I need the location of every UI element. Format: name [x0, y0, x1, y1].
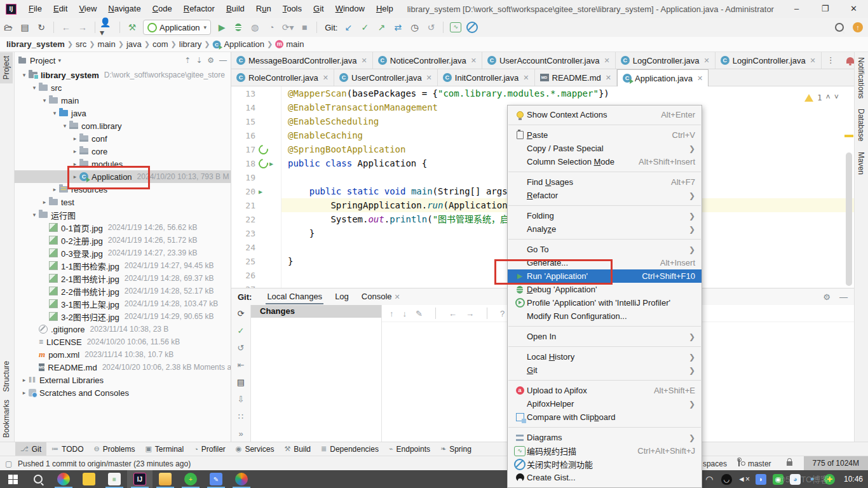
menu-item-compare-with-clipboard[interactable]: Compare with Clipboard: [508, 410, 702, 424]
close-tab-icon[interactable]: ✕: [606, 74, 611, 82]
taskbar-notepad-app[interactable]: ≡: [102, 470, 127, 488]
menu-item-find-usages[interactable]: Find UsagesAlt+F7: [508, 175, 702, 189]
run-config-combo[interactable]: Application▾: [143, 20, 211, 35]
menu-item-profile-application-with-intellij-profiler-[interactable]: Profile 'Application' with 'IntelliJ Pro…: [508, 296, 702, 309]
toolwindow-button-services[interactable]: ◉Services: [231, 442, 280, 456]
menu-git[interactable]: Git: [308, 0, 330, 18]
next-change-icon[interactable]: ↓: [403, 309, 407, 318]
menu-view[interactable]: View: [73, 0, 102, 18]
git-tab-console[interactable]: Console✕: [355, 288, 407, 305]
tree-row-scratches-and-consoles[interactable]: ▸Scratches and Consoles: [15, 386, 231, 399]
taskbar-search[interactable]: [25, 470, 51, 488]
toolwindow-button-todo[interactable]: ≔TODO: [46, 442, 88, 456]
history-icon[interactable]: ◷: [407, 20, 422, 34]
close-tab-icon[interactable]: ✕: [426, 74, 432, 82]
close-button[interactable]: ✕: [839, 0, 868, 18]
menu-item-folding[interactable]: Folding❯: [508, 209, 702, 222]
editor-scrollbar[interactable]: [846, 86, 852, 288]
menu-tools[interactable]: Tools: [277, 0, 308, 18]
close-tab-icon[interactable]: ✕: [523, 74, 529, 82]
chevron-expanded-icon[interactable]: ▾: [20, 72, 29, 78]
menu-refactor[interactable]: Refactor: [178, 0, 220, 18]
tree-row-1-1图书检索.jpg[interactable]: 1-1图书检索.jpg2024/1/19 14:27, 94.45 kB: [15, 259, 231, 272]
rerun-icon[interactable]: ⟳▾: [280, 20, 295, 34]
breadcrumb-item-main[interactable]: main: [98, 39, 116, 49]
volume-muted-icon[interactable]: ◄×: [738, 474, 749, 485]
menu-code[interactable]: Code: [147, 0, 178, 18]
taskbar-swirl-app[interactable]: [51, 470, 76, 488]
prev-warning-icon[interactable]: ˄: [826, 93, 831, 102]
chevron-collapsed-icon[interactable]: ▸: [20, 377, 29, 383]
tree-row-library_system[interactable]: ▾library_systemD:\work_soft\workspace\gi…: [15, 69, 231, 81]
tree-row-3-2图书归还.jpg[interactable]: 3-2图书归还.jpg2024/1/19 14:29, 90.65 kB: [15, 310, 231, 323]
sync-icon[interactable]: ↻: [34, 20, 49, 34]
hide-panel-icon[interactable]: —: [839, 292, 848, 302]
coverage-icon[interactable]: ◍: [247, 20, 262, 34]
sidebar-tab-database[interactable]: Database: [855, 104, 867, 146]
menu-item-refactor[interactable]: Refactor❯: [508, 189, 702, 202]
user-icon[interactable]: 👤▾: [100, 20, 115, 34]
prev-change-icon[interactable]: ↑: [390, 309, 394, 318]
tree-row-2-2借书统计.jpg[interactable]: 2-2借书统计.jpg2024/1/19 14:28, 52.17 kB: [15, 285, 231, 297]
breadcrumb-item-main[interactable]: mmain: [275, 39, 304, 49]
menu-run[interactable]: Run: [250, 0, 277, 18]
chevron-expanded-icon[interactable]: ▾: [60, 123, 69, 129]
menu-item-analyze[interactable]: Analyze❯: [508, 222, 702, 236]
toolwindow-button-profiler[interactable]: ◔Profiler: [189, 442, 231, 456]
menu-item-apifoxhelper[interactable]: ApifoxHelper❯: [508, 397, 702, 410]
menu-item-modify-run-configuration-[interactable]: Modify Run Configuration...: [508, 309, 702, 323]
tree-row-.gitignore[interactable]: .gitignore2023/11/14 10:38, 23 B: [15, 323, 231, 336]
close-tab-icon[interactable]: ✕: [697, 74, 703, 83]
wechat-icon[interactable]: ◉: [773, 474, 783, 485]
menu-edit[interactable]: Edit: [48, 0, 73, 18]
open-icon[interactable]: 🗁: [1, 20, 16, 34]
run-gutter-icon[interactable]: ▶: [259, 188, 262, 195]
taskbar-browser-360[interactable]: +: [178, 470, 203, 488]
toolwindow-button-dependencies[interactable]: ≣Dependencies: [316, 442, 384, 456]
close-tab-icon[interactable]: ✕: [810, 57, 816, 65]
preview-diff-icon[interactable]: ▤: [237, 377, 245, 387]
tree-row-0-1首页.jpg[interactable]: 0-1首页.jpg2024/1/19 14:26, 56.62 kB: [15, 221, 231, 234]
editor-tab-noticecontroller.java[interactable]: CNoticeController.java✕: [373, 52, 482, 69]
chevron-expanded-icon[interactable]: ▾: [40, 97, 49, 104]
menu-item-编码规约扫描[interactable]: ∿编码规约扫描Ctrl+Alt+Shift+J: [508, 444, 702, 458]
chevron-down-icon[interactable]: ▾: [58, 57, 61, 64]
menu-help[interactable]: Help: [370, 0, 399, 18]
editor-tab-initcontroller.java[interactable]: CInitController.java✕: [438, 69, 535, 86]
menu-item-create-gist-[interactable]: Create Gist...: [508, 471, 702, 484]
search-icon[interactable]: [832, 20, 847, 34]
memory-indicator[interactable]: 775 of 1024M: [804, 456, 868, 471]
tree-row-运行图[interactable]: ▾运行图: [15, 208, 231, 221]
menu-item-copy-paste-special[interactable]: Copy / Paste Special❯: [508, 142, 702, 155]
menu-item-关闭实时检测功能[interactable]: 关闭实时检测功能: [508, 458, 702, 471]
menu-window[interactable]: Window: [330, 0, 370, 18]
expand-all-icon[interactable]: ⇡: [184, 56, 191, 65]
hide-panel-icon[interactable]: —: [219, 56, 227, 65]
tree-row-0-2注册.jpg[interactable]: 0-2注册.jpg2024/1/19 14:26, 51.72 kB: [15, 234, 231, 247]
toolwindow-button-build[interactable]: ⚒Build: [279, 442, 316, 456]
back-icon[interactable]: ←: [449, 309, 457, 318]
tree-row-license[interactable]: ≡LICENSE2024/10/20 10:06, 11.56 kB: [15, 336, 231, 348]
taskbar-sticky-notes[interactable]: [76, 470, 102, 488]
quick-merge-icon[interactable]: ⇄: [390, 20, 405, 34]
more-tabs-icon[interactable]: ⋮: [822, 52, 840, 69]
more-icon[interactable]: »: [238, 429, 243, 438]
changes-group-header[interactable]: Changes: [251, 305, 381, 318]
toolwindow-button-spring[interactable]: ❧Spring: [435, 442, 477, 456]
menu-item-git[interactable]: Git❯: [508, 363, 702, 377]
tree-row-main[interactable]: ▾main: [15, 94, 231, 107]
close-tab-icon[interactable]: ✕: [395, 293, 400, 301]
spring-bean-gutter-icon[interactable]: [257, 143, 270, 156]
tree-row-com.library[interactable]: ▾com.library: [15, 119, 231, 132]
breadcrumb-item-library_system[interactable]: library_system: [6, 39, 65, 49]
git-tab-local-changes[interactable]: Local Changes: [261, 288, 329, 305]
disable-inspection-icon[interactable]: [465, 20, 480, 34]
run-icon[interactable]: ▶: [214, 20, 229, 34]
git-tab-log[interactable]: Log: [329, 288, 355, 305]
breadcrumb-item-application[interactable]: CApplication: [212, 39, 264, 49]
tree-row-2-1图书统计.jpg[interactable]: 2-1图书统计.jpg2024/1/19 14:28, 69.37 kB: [15, 272, 231, 285]
blue-box-app-icon[interactable]: ◗: [756, 474, 766, 485]
collapse-all-icon[interactable]: ⇣: [196, 56, 202, 65]
code-line-13[interactable]: @MapperScan(basePackages = {"com.library…: [281, 86, 854, 100]
menu-item-go-to[interactable]: Go To❯: [508, 243, 702, 256]
